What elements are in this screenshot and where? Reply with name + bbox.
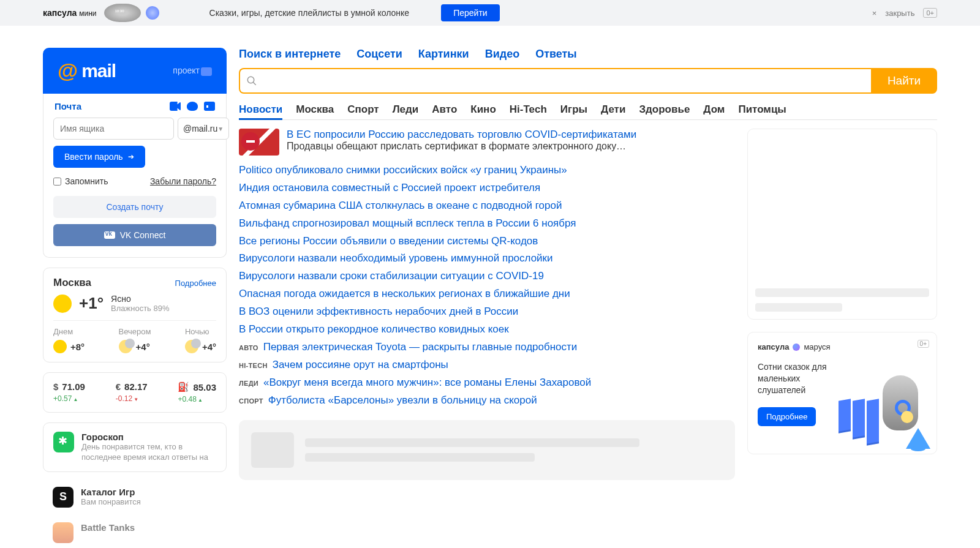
calendar-icon[interactable]: [204, 102, 215, 111]
tab-auto[interactable]: Авто: [432, 103, 457, 116]
tab-games[interactable]: Игры: [560, 103, 587, 116]
games-title: Каталог Игр: [81, 487, 135, 497]
promo-logo: капсула мини: [43, 8, 97, 18]
headline-thumbnail-icon: [239, 129, 279, 156]
domain-select[interactable]: @mail.ru ▼: [178, 118, 229, 140]
horoscope-card[interactable]: Гороскоп День понравится тем, кто в посл…: [43, 422, 227, 472]
tab-kids[interactable]: Дети: [601, 103, 625, 116]
weather-more-link[interactable]: Подробнее: [175, 279, 216, 288]
tab-news[interactable]: Новости: [239, 103, 282, 120]
tab-video[interactable]: Видео: [485, 48, 520, 61]
usd-icon: $: [53, 381, 58, 392]
news-item: Опасная погода ожидается в нескольких ре…: [239, 285, 735, 303]
ball-icon: [901, 411, 913, 423]
battle-tanks-card[interactable]: Battle Tanks: [43, 517, 227, 543]
remember-checkbox[interactable]: [53, 178, 61, 186]
promo-logo-thin: мини: [79, 9, 96, 18]
tab-search-web[interactable]: Поиск в интернете: [239, 48, 341, 61]
headline-subtitle: Продавцы обещают прислать сертификат в ф…: [287, 141, 630, 152]
tab-home[interactable]: Дом: [703, 103, 725, 116]
forgot-password-link[interactable]: Забыли пароль?: [150, 176, 216, 186]
remember-checkbox-label[interactable]: Запомнить: [53, 176, 108, 186]
weather-humidity: Влажность 89%: [111, 304, 169, 313]
speaker-icon: [104, 4, 141, 22]
vk-connect-button[interactable]: VK Connect: [53, 224, 216, 246]
domain-value: @mail.ru: [183, 124, 217, 133]
weather-day[interactable]: Днем +8°: [53, 327, 85, 353]
cloud-icon[interactable]: [187, 102, 198, 111]
news-item-sport: Футболиста «Барселоны» увезли в больницу…: [239, 392, 735, 410]
news-item: Вирусологи назвали сроки стабилизации си…: [239, 268, 735, 285]
tab-social[interactable]: Соцсети: [356, 48, 402, 61]
tab-pets[interactable]: Питомцы: [738, 103, 786, 116]
vk-badge-icon: [201, 67, 212, 76]
battle-tanks-icon: [53, 522, 74, 543]
mail-card: @ mail проект Почта: [43, 48, 227, 258]
promo-go-button[interactable]: Перейти: [441, 4, 499, 21]
chevron-down-icon: ▼: [217, 126, 224, 132]
news-item: В ВОЗ оценили эффективность нерабочих дн…: [239, 303, 735, 321]
news-item-lady: «Вокруг меня всегда много мужчин»: все р…: [239, 374, 735, 392]
mail-logo-block[interactable]: @ mail проект: [43, 48, 227, 94]
news-list: В ЕС попросили Россию расследовать торго…: [239, 129, 735, 480]
skeleton-line: [755, 288, 929, 297]
search-icon: [246, 75, 257, 86]
video-call-icon[interactable]: [170, 102, 181, 111]
games-icon: S: [53, 487, 74, 508]
search-input[interactable]: [239, 68, 871, 94]
news-item: Все регионы России объявили о введении с…: [239, 233, 735, 250]
project-label: проект: [173, 66, 212, 75]
enter-password-button[interactable]: Ввести пароль ➔: [53, 146, 145, 168]
at-icon: @: [58, 59, 78, 83]
games-catalog-card[interactable]: S Каталог Игр Вам понравится: [43, 482, 227, 508]
headline-title[interactable]: В ЕС попросили Россию расследовать торго…: [287, 129, 636, 140]
mailbox-input[interactable]: [53, 118, 174, 140]
promo-device-graphic: [104, 3, 178, 23]
mail-title[interactable]: Почта: [55, 101, 81, 111]
promo-close-x[interactable]: ×: [872, 9, 877, 18]
weather-card: Москва Подробнее +1° Ясно Влажность 89% …: [43, 268, 227, 362]
weather-condition: Ясно: [111, 294, 169, 304]
top-promo-bar: капсула мини Сказки, игры, детские плейл…: [0, 0, 980, 26]
news-item: Вирусологи назвали необходимый уровень и…: [239, 250, 735, 268]
weather-night[interactable]: Ночью +4°: [185, 327, 216, 353]
search-button[interactable]: Найти: [871, 68, 937, 94]
horoscope-text: День понравится тем, кто в последнее вре…: [81, 442, 216, 463]
skeleton-image: [755, 137, 929, 282]
horoscope-icon: [53, 432, 74, 452]
marusya-graphic: [839, 375, 930, 449]
news-headline[interactable]: В ЕС попросили Россию расследовать торго…: [239, 129, 735, 156]
skeleton-thumb: [251, 432, 294, 468]
marusya-orb-icon: [793, 343, 800, 351]
promo-close-label[interactable]: закрыть: [885, 9, 914, 18]
news-item: В России открыто рекордное количество ко…: [239, 321, 735, 339]
create-mail-button[interactable]: Создать почту: [53, 196, 216, 218]
news-item-auto: Первая электрическая Toyota — раскрыты г…: [239, 339, 735, 356]
tab-images[interactable]: Картинки: [418, 48, 469, 61]
tab-cinema[interactable]: Кино: [470, 103, 496, 116]
tab-lady[interactable]: Леди: [393, 103, 419, 116]
cone-icon: [906, 428, 930, 449]
speaker-device-icon: [883, 375, 918, 430]
marusya-more-button[interactable]: Подробнее: [758, 407, 816, 426]
tab-hitech[interactable]: Hi-Tech: [510, 103, 547, 116]
weather-city[interactable]: Москва: [53, 277, 91, 289]
marusya-text: Сотни сказок для маленьких слушателей: [758, 361, 837, 396]
promo-text: Сказки, игры, детские плейлисты в умной …: [209, 8, 410, 18]
marusya-promo-card[interactable]: 0+ капсула маруся Сотни сказок для мален…: [747, 332, 937, 454]
news-category-tabs: Новости Москва Спорт Леди Авто Кино Hi-T…: [239, 103, 937, 120]
eur-icon: €: [116, 381, 121, 392]
marusya-brand2: маруся: [804, 342, 830, 351]
tab-health[interactable]: Здоровье: [639, 103, 690, 116]
currency-card[interactable]: $71.09 +0.57 €82.17 -0.12 ⛽85.03 +0.48: [43, 372, 227, 413]
tab-moscow[interactable]: Москва: [296, 103, 334, 116]
moon-cloud-icon: [185, 340, 198, 353]
promo-age-badge: 0+: [918, 340, 929, 348]
tab-sport[interactable]: Спорт: [347, 103, 379, 116]
rate-delta: -0.12: [116, 394, 148, 403]
tab-answers[interactable]: Ответы: [535, 48, 577, 61]
search-row: Найти: [239, 68, 937, 94]
weather-evening[interactable]: Вечером +4°: [119, 327, 151, 353]
promo-age-badge: 0+: [923, 8, 937, 18]
news-item: Politico опубликовало снимки российских …: [239, 162, 735, 179]
